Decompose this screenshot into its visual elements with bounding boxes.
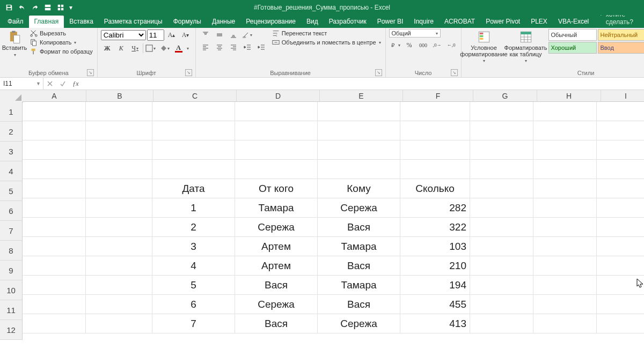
qat-customize-icon[interactable]: ▾	[68, 2, 74, 13]
paste-button[interactable]: Вставить ▾	[3, 29, 26, 58]
cell[interactable]	[235, 102, 318, 121]
cell[interactable]	[470, 314, 533, 333]
cell[interactable]	[318, 140, 400, 160]
cell[interactable]: 210	[400, 256, 470, 276]
tab-inquire[interactable]: Inquire	[408, 16, 439, 28]
row-header-4[interactable]: 4	[0, 161, 23, 181]
cell[interactable]	[400, 140, 470, 160]
cell[interactable]	[152, 102, 235, 121]
cell[interactable]	[597, 295, 644, 314]
cell[interactable]	[23, 314, 86, 333]
number-format-select[interactable]: Общий▾	[389, 29, 441, 38]
cell[interactable]	[23, 218, 86, 237]
cell[interactable]	[470, 295, 533, 314]
cell[interactable]: 3	[152, 237, 235, 256]
tab-view[interactable]: Вид	[301, 16, 324, 28]
style-good[interactable]: Хороший	[548, 42, 597, 54]
cell[interactable]: Тамара	[318, 276, 400, 295]
col-header-E[interactable]: E	[320, 90, 403, 102]
cell[interactable]	[470, 218, 533, 237]
cell[interactable]	[400, 160, 470, 179]
cell[interactable]	[318, 102, 400, 121]
comma-format-icon[interactable]: 000	[417, 39, 430, 51]
tab-plex[interactable]: PLEX	[525, 16, 553, 28]
style-input[interactable]: Ввод	[598, 42, 645, 54]
decrease-font-icon[interactable]: A▾	[179, 29, 192, 41]
cell[interactable]: Сережа	[235, 218, 318, 237]
row-header-5[interactable]: 5	[0, 181, 23, 201]
accounting-format-icon[interactable]: ₽▾	[389, 39, 402, 51]
format-painter-button[interactable]: Формат по образцу	[29, 47, 94, 56]
underline-button[interactable]: Ч▾	[129, 42, 142, 54]
row-header-2[interactable]: 2	[0, 122, 23, 142]
cell[interactable]	[86, 102, 152, 121]
cell[interactable]	[86, 160, 152, 179]
tab-insert[interactable]: Вставка	[64, 16, 99, 28]
cell[interactable]	[86, 198, 152, 218]
cell[interactable]	[533, 198, 597, 218]
row-header-12[interactable]: 12	[0, 320, 23, 340]
tab-powerbi[interactable]: Power BI	[372, 16, 409, 28]
align-center-icon[interactable]	[213, 41, 226, 53]
merge-center-button[interactable]: Объединить и поместить в центре▾	[271, 38, 382, 47]
cell[interactable]	[23, 179, 86, 198]
enter-formula-icon[interactable]	[56, 80, 69, 87]
row-header-11[interactable]: 11	[0, 300, 23, 320]
cell[interactable]	[23, 295, 86, 314]
align-middle-icon[interactable]	[213, 29, 226, 41]
col-header-B[interactable]: B	[86, 90, 153, 102]
cell[interactable]	[533, 160, 597, 179]
dialog-launcher-icon[interactable]: ↘	[375, 69, 382, 76]
cell[interactable]	[235, 140, 318, 160]
cell[interactable]	[400, 121, 470, 140]
cell[interactable]	[533, 276, 597, 295]
row-header-6[interactable]: 6	[0, 201, 23, 221]
cell[interactable]: Сережа	[235, 295, 318, 314]
conditional-formatting-button[interactable]: Условное форматирование▾	[465, 29, 503, 64]
cell[interactable]: Артем	[235, 237, 318, 256]
tab-acrobat[interactable]: ACROBAT	[439, 16, 480, 28]
cell[interactable]	[533, 102, 597, 121]
cell[interactable]	[470, 102, 533, 121]
col-header-I[interactable]: I	[601, 90, 644, 102]
wrap-text-button[interactable]: Перенести текст	[271, 29, 382, 38]
tab-developer[interactable]: Разработчик	[324, 16, 372, 28]
dialog-launcher-icon[interactable]: ↘	[451, 69, 458, 76]
cell[interactable]	[470, 160, 533, 179]
cell[interactable]	[533, 121, 597, 140]
decrease-decimal-icon[interactable]: ←,0	[445, 39, 458, 51]
redo-icon[interactable]	[29, 2, 41, 13]
cell[interactable]	[597, 256, 644, 276]
cell[interactable]: 103	[400, 237, 470, 256]
style-normal[interactable]: Обычный	[548, 29, 597, 41]
format-as-table-button[interactable]: Форматировать как таблицу▾	[507, 29, 545, 64]
cell[interactable]	[86, 276, 152, 295]
cell[interactable]	[23, 140, 86, 160]
align-bottom-icon[interactable]	[227, 29, 240, 41]
italic-button[interactable]: К	[115, 42, 128, 54]
cell[interactable]	[597, 140, 644, 160]
cell[interactable]	[86, 314, 152, 333]
col-header-G[interactable]: G	[473, 90, 537, 102]
qat-grid-icon[interactable]	[55, 2, 67, 13]
cell[interactable]	[86, 121, 152, 140]
cell[interactable]: 413	[400, 314, 470, 333]
cell[interactable]	[235, 160, 318, 179]
tab-review[interactable]: Рецензирование	[240, 16, 301, 28]
cell[interactable]	[597, 276, 644, 295]
cell[interactable]	[86, 140, 152, 160]
fx-icon[interactable]: ƒx	[69, 80, 82, 88]
cell[interactable]	[470, 179, 533, 198]
cell[interactable]	[597, 237, 644, 256]
cell[interactable]	[23, 121, 86, 140]
cell[interactable]	[597, 102, 644, 121]
row-header-1[interactable]: 1	[0, 102, 23, 122]
cell[interactable]	[597, 218, 644, 237]
cell[interactable]	[23, 256, 86, 276]
cell[interactable]	[597, 198, 644, 218]
cell[interactable]: Вася	[235, 314, 318, 333]
cell[interactable]	[533, 140, 597, 160]
cell[interactable]	[86, 218, 152, 237]
dialog-launcher-icon[interactable]: ↘	[87, 69, 94, 76]
cell[interactable]	[533, 237, 597, 256]
